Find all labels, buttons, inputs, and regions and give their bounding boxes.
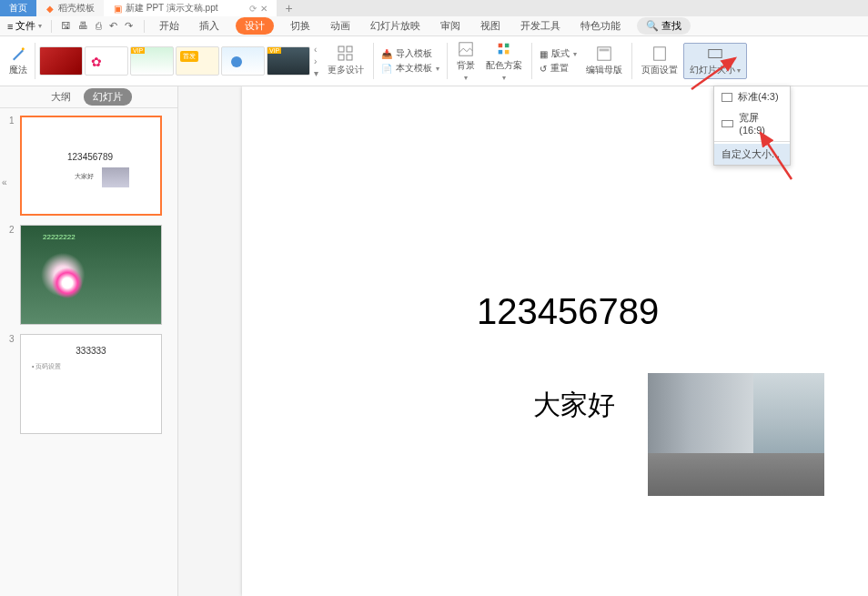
edit-master-button[interactable]: 编辑母版 [580, 45, 628, 76]
tab-document-label: 新建 PPT 演示文稿.ppt [126, 2, 218, 15]
outline-panel: 大纲 幻灯片 1 123456789 大家好 2 22222222 [0, 86, 178, 596]
tab-start[interactable]: 开始 [156, 17, 183, 35]
menu-icon: ≡ [7, 21, 13, 32]
tab-home-label: 首页 [9, 2, 27, 15]
document-tabs: 首页 ◆ 稻壳模板 ▣ 新建 PPT 演示文稿.ppt ⟳ ✕ + [0, 0, 868, 16]
template-item[interactable] [221, 46, 265, 76]
magic-button[interactable]: 魔法 [5, 45, 31, 76]
size-custom-option[interactable]: 自定义大小... [714, 144, 790, 165]
ratio-4-3-icon [722, 93, 732, 102]
chevron-down-icon: ▾ [464, 74, 468, 82]
collapse-panel-icon[interactable]: « [2, 177, 7, 187]
print-icon[interactable]: 🖶 [78, 20, 88, 32]
tab-home[interactable]: 首页 [0, 0, 36, 16]
size-widescreen-label: 宽屏(16:9) [739, 111, 782, 136]
slide-title-text[interactable]: 123456789 [477, 291, 659, 332]
search-button[interactable]: 🔍 查找 [637, 17, 691, 35]
thumb-image: 22222222 [21, 226, 161, 324]
slide-number: 3 [9, 334, 16, 434]
vip-badge: VIP [267, 47, 281, 54]
reset-button[interactable]: ↺ 重置 [540, 62, 577, 75]
master-icon [596, 45, 612, 62]
size-standard-option[interactable]: 标准(4:3) [714, 86, 790, 107]
vip-badge: VIP [131, 47, 145, 54]
local-template-button[interactable]: 📄 本文模板 ▾ [381, 62, 439, 75]
template-item[interactable]: VIP [267, 46, 310, 76]
tab-animation[interactable]: 动画 [327, 17, 354, 35]
tab-templates[interactable]: ◆ 稻壳模板 [36, 0, 104, 16]
thumbnail-slide-1[interactable]: 123456789 大家好 [20, 116, 162, 216]
tab-review[interactable]: 审阅 [437, 17, 464, 35]
template-item[interactable]: ✿ [85, 46, 128, 76]
layout-label: 版式 [551, 47, 570, 60]
wand-icon [10, 45, 26, 62]
svg-rect-3 [338, 55, 344, 60]
chevron-down-icon: ▾ [436, 65, 439, 73]
slide-image[interactable] [648, 373, 824, 496]
reset-label: 重置 [550, 62, 569, 75]
tab-slideshow[interactable]: 幻灯片放映 [367, 17, 424, 35]
tab-view[interactable]: 视图 [477, 17, 504, 35]
background-button[interactable]: 背景▾ [451, 41, 480, 82]
preview-icon[interactable]: ⎙ [96, 20, 102, 32]
undo-icon[interactable]: ↶ [109, 20, 117, 32]
search-icon: 🔍 [646, 20, 659, 32]
tab-developer[interactable]: 开发工具 [517, 17, 564, 35]
thumbnail-item[interactable]: 1 123456789 大家好 [9, 116, 168, 216]
thumbnail-slide-3[interactable]: 333333 • 页码设置 [20, 334, 162, 434]
file-menu-label: 文件 [15, 19, 35, 33]
background-label: 背景 [457, 59, 475, 72]
template-group: 📥 导入模板 📄 本文模板 ▾ [378, 47, 443, 75]
gallery-more-icon[interactable]: ▾ [314, 68, 318, 78]
slide-subtitle-text[interactable]: 大家好 [533, 387, 615, 424]
tab-design[interactable]: 设计 [236, 17, 274, 35]
template-item[interactable]: VIP [130, 46, 174, 76]
layout-button[interactable]: ▦ 版式 ▾ [540, 47, 577, 60]
svg-rect-9 [505, 49, 510, 54]
redo-icon[interactable]: ↷ [125, 20, 133, 32]
outline-tab-outline[interactable]: 大纲 [45, 88, 76, 106]
import-template-button[interactable]: 📥 导入模板 [381, 47, 439, 60]
slide-size-dropdown: 标准(4:3) 宽屏(16:9) 自定义大小... [713, 86, 791, 166]
new-tab-button[interactable]: + [277, 1, 302, 15]
color-scheme-button[interactable]: 配色方案▾ [480, 41, 528, 82]
tab-templates-label: 稻壳模板 [58, 2, 95, 15]
tab-features[interactable]: 特色功能 [577, 17, 624, 35]
close-icon[interactable]: ✕ [260, 4, 267, 14]
grid-icon [338, 45, 354, 62]
more-design-button[interactable]: 更多设计 [322, 45, 369, 76]
svg-rect-4 [347, 55, 352, 60]
tab-insert[interactable]: 插入 [196, 17, 223, 35]
save-icon[interactable]: 🖫 [61, 20, 71, 32]
tab-transition[interactable]: 切换 [287, 17, 314, 35]
thumb-bullet: • 页码设置 [32, 362, 61, 371]
template-item[interactable] [39, 46, 83, 76]
background-icon [458, 41, 474, 57]
reset-icon: ↺ [540, 64, 547, 74]
page-setup-button[interactable]: 页面设置 [636, 45, 683, 76]
file-menu[interactable]: ≡ 文件 ▾ [0, 19, 49, 33]
fire-icon: ◆ [45, 4, 55, 13]
quick-access-toolbar: 🖫 🖶 ⎙ ↶ ↷ [54, 20, 140, 32]
thumbnail-slide-2[interactable]: 22222222 [20, 225, 162, 325]
template-item[interactable]: 首发 [176, 46, 219, 76]
slide-size-label: 幻灯片大小 [690, 65, 735, 75]
svg-rect-13 [709, 50, 722, 58]
tab-document[interactable]: ▣ 新建 PPT 演示文稿.ppt ⟳ ✕ [104, 0, 277, 16]
svg-rect-1 [338, 46, 344, 52]
gallery-down-icon[interactable]: › [314, 56, 318, 66]
ribbon-tabs: 开始 插入 设计 切换 动画 幻灯片放映 审阅 视图 开发工具 特色功能 [148, 17, 631, 35]
outline-tab-slides[interactable]: 幻灯片 [84, 88, 132, 106]
slide-size-button[interactable]: 幻灯片大小 ▾ [683, 43, 747, 79]
layout-group: ▦ 版式 ▾ ↺ 重置 [536, 47, 580, 75]
gallery-up-icon[interactable]: ‹ [314, 45, 318, 55]
thumbnail-item[interactable]: 3 333333 • 页码设置 [9, 334, 168, 434]
svg-rect-7 [505, 43, 510, 47]
ratio-16-9-icon [722, 120, 733, 127]
size-widescreen-option[interactable]: 宽屏(16:9) [714, 107, 790, 139]
magic-label: 魔法 [9, 64, 27, 76]
thumbnail-item[interactable]: 2 22222222 [9, 225, 168, 325]
import-template-label: 导入模板 [396, 47, 432, 60]
tab-modified-icon: ⟳ [249, 4, 257, 14]
page-setup-label: 页面设置 [641, 64, 678, 76]
